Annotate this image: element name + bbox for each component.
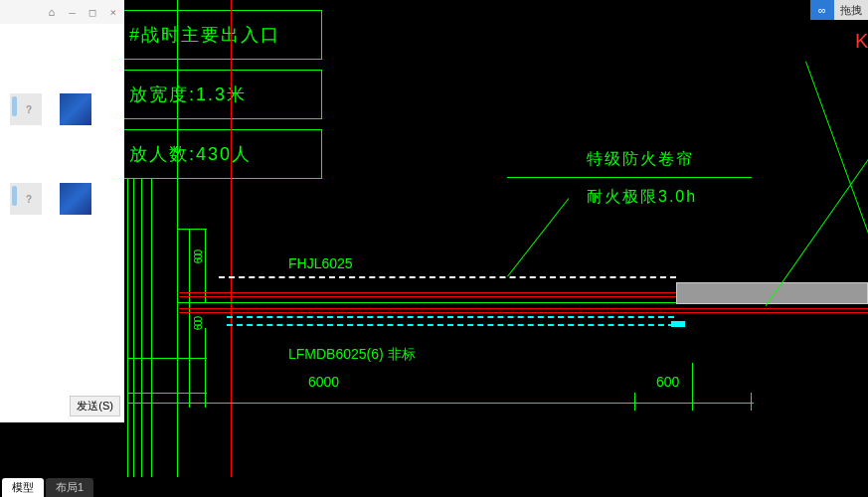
gridline xyxy=(133,179,134,497)
leader-diag xyxy=(507,198,569,276)
gridline xyxy=(205,328,206,408)
wall-line xyxy=(179,308,868,309)
dim-line xyxy=(205,403,692,404)
label-exit: #战时主要出入口 xyxy=(129,23,280,47)
thumb-doc[interactable]: ? xyxy=(10,93,42,125)
tab-model[interactable]: 模型 xyxy=(2,478,44,497)
dim-6000: 6000 xyxy=(308,374,339,390)
float-panel: ⌂ — □ × ? ? 发送(S) xyxy=(0,0,124,422)
dim-line xyxy=(632,403,754,404)
thumb-row: ? xyxy=(6,89,118,129)
thumb-image[interactable] xyxy=(60,93,91,125)
label-fire-curtain: 特级防火卷帘 xyxy=(587,149,694,170)
send-button[interactable]: 发送(S) xyxy=(70,396,120,416)
gridline xyxy=(177,0,178,497)
pin-icon[interactable]: ⌂ xyxy=(49,6,56,19)
drag-toggle[interactable]: ∞ 拖拽 xyxy=(810,0,868,20)
gridline xyxy=(177,229,207,230)
panel-footer: 发送(S) xyxy=(0,392,124,420)
gridline xyxy=(127,393,207,394)
gridline xyxy=(127,179,128,497)
axis-line xyxy=(231,0,232,497)
letter-k: K xyxy=(855,30,868,53)
tab-layout1[interactable]: 布局1 xyxy=(46,478,93,497)
column-section xyxy=(676,282,868,304)
thumb-image[interactable] xyxy=(60,183,91,215)
panel-body[interactable]: ? ? xyxy=(0,24,124,392)
gridline xyxy=(127,358,207,359)
infinity-icon: ∞ xyxy=(810,0,834,20)
dim-tick xyxy=(751,393,752,411)
maximize-icon[interactable]: □ xyxy=(89,6,96,19)
close-icon[interactable]: × xyxy=(109,6,116,19)
thumb-doc[interactable]: ? xyxy=(10,183,42,215)
cad-canvas[interactable]: #战时主要出入口 放宽度:1.3米 放人数:430人 600 600 FHJL6… xyxy=(0,0,868,497)
dim-600-right: 600 xyxy=(656,374,679,390)
thumb-row: ? xyxy=(6,179,118,219)
cyan-line xyxy=(671,321,685,327)
gridline xyxy=(151,179,152,497)
dashed-line xyxy=(227,324,674,326)
label-width: 放宽度:1.3米 xyxy=(129,83,247,106)
dim-600-a: 600 xyxy=(192,251,204,263)
gridline xyxy=(127,403,207,404)
minimize-icon[interactable]: — xyxy=(69,6,76,19)
dim-tick xyxy=(634,393,635,411)
label-fire-limit: 耐火极限3.0h xyxy=(587,187,697,208)
label-lfmdb: LFMDB6025(6) 非标 xyxy=(288,346,416,364)
panel-titlebar: ⌂ — □ × xyxy=(0,0,124,24)
layout-tabs: 模型 布局1 xyxy=(0,477,868,497)
dim-600-b: 600 xyxy=(192,318,204,330)
label-people: 放人数:430人 xyxy=(129,142,252,166)
toggle-label: 拖拽 xyxy=(834,0,868,20)
label-fhjl: FHJL6025 xyxy=(288,255,353,271)
leader-line xyxy=(507,177,752,178)
gridline xyxy=(189,229,190,408)
wall-line xyxy=(179,312,868,313)
dashed-line xyxy=(219,276,676,278)
gridline xyxy=(141,179,142,497)
dashed-line xyxy=(227,316,674,318)
